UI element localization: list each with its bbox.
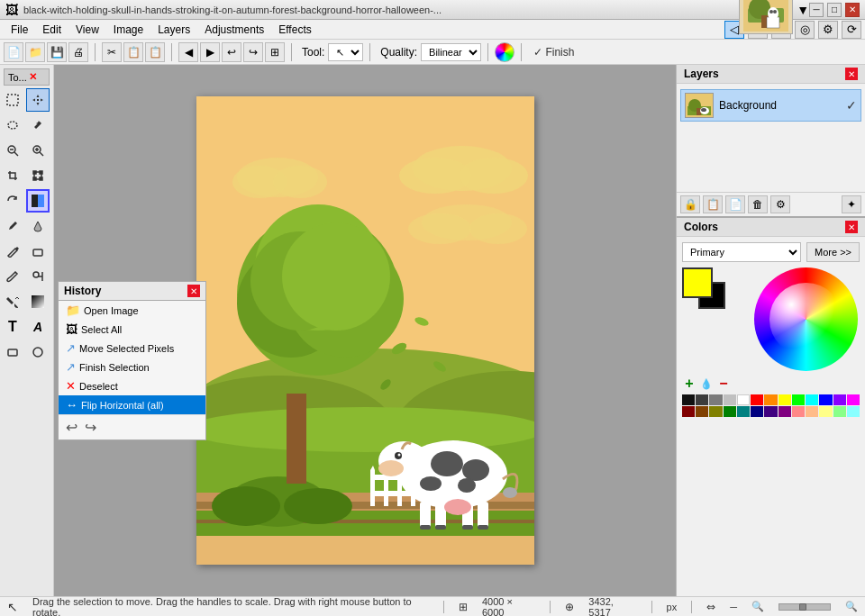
layer-visibility-check[interactable]: ✓	[846, 98, 857, 113]
eraser-tool[interactable]	[26, 240, 50, 263]
more-colors-button[interactable]: More >>	[806, 242, 860, 262]
palette-color-darkviolet[interactable]	[764, 406, 777, 417]
palette-color-navy[interactable]	[751, 406, 763, 417]
canvas-area[interactable]: History ✕ 📁 Open Image 🖼 Select All ↗ Mo…	[54, 65, 676, 596]
paste-button[interactable]: 📋	[145, 42, 165, 62]
zoom-out-tool[interactable]	[1, 139, 24, 162]
gradient-tool[interactable]	[26, 290, 50, 313]
menu-adjustments[interactable]: Adjustments	[197, 22, 271, 38]
image-tab[interactable]	[739, 0, 793, 34]
palette-color-yellow[interactable]	[778, 394, 791, 405]
layer-new-btn[interactable]: 📄	[725, 195, 745, 213]
palette-color-olive[interactable]	[709, 406, 722, 417]
layer-fx-btn[interactable]: ✦	[842, 195, 861, 213]
print-button[interactable]: 🖨	[68, 42, 88, 62]
shape-tool[interactable]	[1, 340, 24, 364]
history-item-5[interactable]: ↔ Flip Horizontal (all)	[59, 395, 205, 414]
clone-stamp-tool[interactable]	[26, 265, 50, 288]
color-wheel[interactable]	[754, 267, 858, 371]
minus-color-icon[interactable]: −	[716, 376, 731, 391]
refresh-icon[interactable]: ⟳	[842, 21, 861, 39]
palette-color-red[interactable]	[751, 394, 763, 405]
maximize-button[interactable]: □	[827, 3, 842, 17]
rotate-tool[interactable]	[1, 189, 24, 213]
colors-close-button[interactable]: ✕	[845, 221, 858, 233]
menu-image[interactable]: Image	[106, 22, 150, 38]
selection-rect-tool[interactable]	[1, 88, 24, 112]
finish-button[interactable]: Finish	[533, 46, 574, 59]
minimize-button[interactable]: ─	[809, 3, 824, 17]
menu-view[interactable]: View	[68, 22, 106, 38]
cut-button[interactable]: ✂	[102, 42, 122, 62]
history-item-4[interactable]: ✕ Deselect	[59, 376, 205, 395]
undo-button[interactable]: ↩	[66, 419, 77, 436]
color-circle[interactable]	[495, 42, 514, 62]
palette-color-darkorange[interactable]	[696, 406, 708, 417]
palette-color-black[interactable]	[682, 394, 695, 405]
tool-select[interactable]: ↖	[328, 43, 363, 61]
palette-color-gray[interactable]	[709, 394, 722, 405]
palette-color-silver[interactable]	[724, 394, 736, 405]
menu-effects[interactable]: Effects	[271, 22, 318, 38]
tab-expand-icon[interactable]: ▼	[797, 3, 809, 17]
menu-layers[interactable]: Layers	[150, 22, 197, 38]
palette-color-orange[interactable]	[764, 394, 777, 405]
menu-file[interactable]: File	[4, 22, 35, 38]
zoom-slider[interactable]	[778, 603, 831, 611]
palette-color-lightgreen[interactable]	[833, 406, 846, 417]
text-tool[interactable]: T	[1, 315, 24, 339]
brush-tool[interactable]	[1, 265, 24, 288]
grid-button[interactable]: ⊞	[265, 42, 285, 62]
history-close-button[interactable]: ✕	[187, 285, 200, 297]
palette-color-peach[interactable]	[806, 406, 818, 417]
layer-item-background[interactable]: Background ✓	[680, 89, 861, 122]
palette-color-darkgray[interactable]	[696, 394, 708, 405]
fill-tool[interactable]	[1, 290, 24, 313]
layer-copy-btn[interactable]: 📋	[703, 195, 723, 213]
palette-color-violet[interactable]	[833, 394, 846, 405]
save-button[interactable]: 💾	[47, 42, 67, 62]
palette-color-magenta[interactable]	[847, 394, 860, 405]
back-button[interactable]: ◀	[178, 42, 198, 62]
palette-color-cyan[interactable]	[806, 394, 818, 405]
color-mode-select[interactable]: Primary	[682, 242, 801, 262]
shape2-tool[interactable]	[26, 340, 50, 364]
palette-color-teal[interactable]	[737, 406, 750, 417]
open-button[interactable]: 📁	[25, 42, 45, 62]
redo-button[interactable]: ↪	[85, 419, 96, 436]
menu-edit[interactable]: Edit	[35, 22, 68, 38]
palette-color-lightyellow[interactable]	[819, 406, 832, 417]
palette-color-white[interactable]	[737, 394, 750, 405]
transform-tool[interactable]	[26, 164, 50, 187]
foreground-swatch[interactable]	[682, 267, 713, 298]
eyedropper-tool[interactable]	[1, 214, 24, 238]
lasso-tool[interactable]	[1, 113, 24, 137]
move-tool[interactable]	[26, 88, 50, 112]
to-button[interactable]: To... ✕	[4, 68, 50, 86]
layer-lock-btn[interactable]: 🔒	[680, 195, 700, 213]
layer-delete-btn[interactable]: 🗑	[748, 195, 768, 213]
pencil-tool[interactable]	[1, 240, 24, 263]
palette-color-pink[interactable]	[792, 406, 805, 417]
paint-bucket-tool[interactable]	[26, 214, 50, 238]
add-color-icon[interactable]: +	[682, 376, 697, 391]
nav-icon-4[interactable]: ◎	[795, 21, 815, 39]
redo-button[interactable]: ↪	[243, 42, 263, 62]
to-close-icon[interactable]: ✕	[29, 71, 37, 83]
crop-tool[interactable]	[1, 164, 24, 187]
forward-button[interactable]: ▶	[200, 42, 220, 62]
history-item-0[interactable]: 📁 Open Image	[59, 301, 205, 320]
quality-select[interactable]: Bilinear	[421, 43, 481, 61]
zoom-in-tool[interactable]	[26, 139, 50, 162]
settings-icon[interactable]: ⚙	[818, 21, 838, 39]
zoom-out-btn[interactable]: 🔍	[751, 601, 764, 612]
history-item-1[interactable]: 🖼 Select All	[59, 320, 205, 339]
history-item-2[interactable]: ↗ Move Selected Pixels	[59, 339, 205, 358]
palette-color-blue[interactable]	[819, 394, 832, 405]
magic-wand-tool[interactable]	[26, 113, 50, 137]
new-button[interactable]: 📄	[4, 42, 23, 62]
text-style-tool[interactable]: A	[26, 315, 50, 339]
zoom-in-btn[interactable]: 🔍	[845, 601, 858, 612]
close-button[interactable]: ✕	[845, 3, 860, 17]
eyedropper-color-icon[interactable]: 💧	[699, 376, 714, 391]
